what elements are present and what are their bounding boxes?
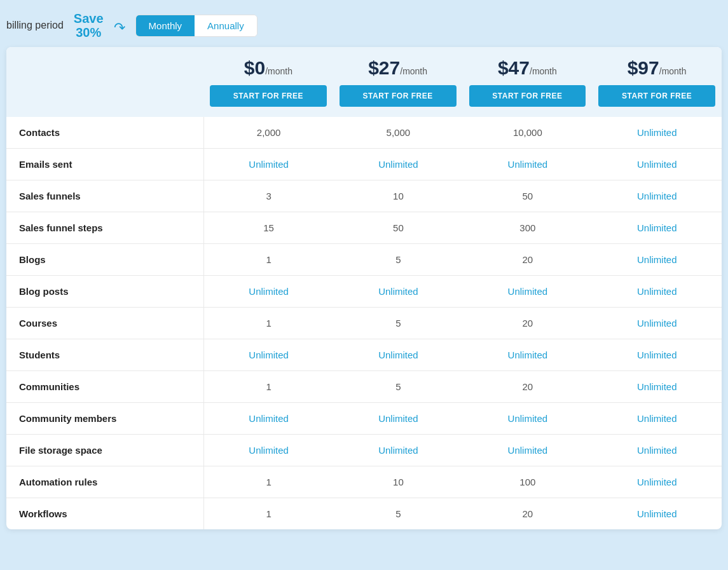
feature-12-plan-2: 20 — [463, 498, 592, 530]
feature-3-plan-2: 300 — [463, 212, 592, 244]
feature-0-plan-0: 2,000 — [203, 117, 334, 149]
number-value: 20 — [522, 254, 533, 265]
plan-2-cta-button[interactable]: START FOR FREE — [469, 85, 586, 107]
feature-2-plan-2: 50 — [463, 180, 592, 212]
unlimited-value: Unlimited — [637, 222, 677, 233]
unlimited-value: Unlimited — [637, 445, 677, 456]
feature-6-plan-0: 1 — [203, 308, 334, 339]
plan-3-cta-button[interactable]: START FOR FREE — [598, 85, 715, 107]
unlimited-value: Unlimited — [637, 286, 677, 297]
feature-name-8: Communities — [6, 371, 203, 403]
monthly-toggle-button[interactable]: Monthly — [136, 15, 195, 36]
number-value: 100 — [519, 477, 535, 487]
unlimited-value: Unlimited — [508, 349, 548, 360]
feature-4-plan-2: 20 — [463, 244, 592, 276]
number-value: 20 — [522, 508, 533, 519]
number-value: 1 — [266, 508, 271, 519]
save-badge: Save30% — [74, 11, 104, 39]
price-header-empty — [6, 47, 203, 117]
unlimited-value: Unlimited — [637, 254, 677, 265]
feature-3-plan-0: 15 — [203, 212, 334, 244]
number-value: 15 — [263, 222, 274, 233]
unlimited-value: Unlimited — [637, 318, 677, 329]
header-area: billing period Save30% ↷ Monthly Annuall… — [6, 6, 722, 47]
feature-6-plan-1: 5 — [334, 308, 463, 339]
plan-1-header: $27/month START FOR FREE — [333, 47, 463, 117]
table-row: Emails sentUnlimitedUnlimitedUnlimitedUn… — [6, 149, 722, 180]
number-value: 5 — [395, 254, 401, 265]
feature-9-plan-3: Unlimited — [593, 403, 722, 435]
plan-0-cta-button[interactable]: START FOR FREE — [210, 85, 327, 107]
feature-5-plan-1: Unlimited — [334, 276, 463, 308]
number-value: 1 — [266, 254, 271, 265]
billing-period-label: billing period — [6, 20, 64, 31]
feature-1-plan-2: Unlimited — [463, 149, 592, 180]
unlimited-value: Unlimited — [378, 349, 418, 360]
feature-name-12: Workflows — [6, 498, 203, 530]
number-value: 10 — [393, 477, 404, 487]
number-value: 5 — [395, 508, 401, 519]
feature-name-7: Students — [6, 339, 203, 371]
number-value: 10,000 — [513, 127, 542, 138]
feature-4-plan-0: 1 — [203, 244, 334, 276]
feature-name-4: Blogs — [6, 244, 203, 276]
feature-3-plan-1: 50 — [334, 212, 463, 244]
number-value: 1 — [266, 381, 271, 392]
unlimited-value: Unlimited — [637, 413, 677, 424]
unlimited-value: Unlimited — [249, 159, 289, 170]
table-row: Community membersUnlimitedUnlimitedUnlim… — [6, 403, 722, 435]
feature-12-plan-0: 1 — [203, 498, 334, 530]
plan-1-period: /month — [400, 66, 427, 76]
feature-name-3: Sales funnel steps — [6, 212, 203, 244]
number-value: 300 — [519, 222, 535, 233]
plan-2-period: /month — [530, 66, 557, 76]
feature-2-plan-0: 3 — [203, 180, 334, 212]
number-value: 20 — [522, 381, 533, 392]
feature-12-plan-3: Unlimited — [593, 498, 722, 530]
unlimited-value: Unlimited — [378, 413, 418, 424]
feature-5-plan-0: Unlimited — [203, 276, 334, 308]
unlimited-value: Unlimited — [249, 413, 289, 424]
feature-8-plan-1: 5 — [334, 371, 463, 403]
table-row: Automation rules110100Unlimited — [6, 466, 722, 498]
annually-toggle-button[interactable]: Annually — [195, 15, 257, 36]
feature-0-plan-1: 5,000 — [334, 117, 463, 149]
feature-9-plan-2: Unlimited — [463, 403, 592, 435]
number-value: 1 — [266, 318, 271, 329]
plan-1-cta-button[interactable]: START FOR FREE — [340, 85, 457, 107]
feature-0-plan-2: 10,000 — [463, 117, 592, 149]
table-row: StudentsUnlimitedUnlimitedUnlimitedUnlim… — [6, 339, 722, 371]
feature-4-plan-3: Unlimited — [593, 244, 722, 276]
feature-8-plan-3: Unlimited — [593, 371, 722, 403]
feature-11-plan-3: Unlimited — [593, 466, 722, 498]
feature-name-6: Courses — [6, 308, 203, 339]
number-value: 2,000 — [257, 127, 281, 138]
feature-12-plan-1: 5 — [334, 498, 463, 530]
feature-1-plan-3: Unlimited — [593, 149, 722, 180]
unlimited-value: Unlimited — [249, 286, 289, 297]
feature-1-plan-0: Unlimited — [203, 149, 334, 180]
feature-6-plan-2: 20 — [463, 308, 592, 339]
unlimited-value: Unlimited — [637, 191, 677, 201]
plan-2-amount: $47 — [498, 57, 530, 78]
feature-10-plan-2: Unlimited — [463, 435, 592, 466]
unlimited-value: Unlimited — [249, 445, 289, 456]
feature-name-9: Community members — [6, 403, 203, 435]
feature-name-10: File storage space — [6, 435, 203, 466]
feature-1-plan-1: Unlimited — [334, 149, 463, 180]
feature-table: Contacts2,0005,00010,000UnlimitedEmails … — [6, 117, 722, 529]
unlimited-value: Unlimited — [378, 159, 418, 170]
feature-10-plan-1: Unlimited — [334, 435, 463, 466]
feature-7-plan-1: Unlimited — [334, 339, 463, 371]
table-row: Blogs1520Unlimited — [6, 244, 722, 276]
plan-3-amount: $97 — [628, 57, 659, 78]
feature-3-plan-3: Unlimited — [593, 212, 722, 244]
unlimited-value: Unlimited — [637, 381, 677, 392]
table-row: Blog postsUnlimitedUnlimitedUnlimitedUnl… — [6, 276, 722, 308]
feature-5-plan-3: Unlimited — [593, 276, 722, 308]
feature-8-plan-2: 20 — [463, 371, 592, 403]
number-value: 10 — [393, 191, 404, 201]
number-value: 1 — [266, 477, 271, 487]
feature-name-5: Blog posts — [6, 276, 203, 308]
table-row: Workflows1520Unlimited — [6, 498, 722, 530]
